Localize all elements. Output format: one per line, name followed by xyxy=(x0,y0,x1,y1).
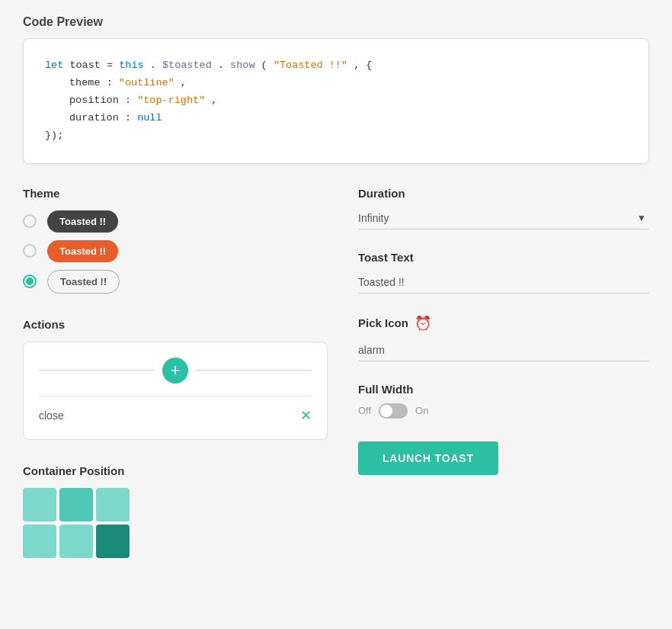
action-close-button[interactable]: ✕ xyxy=(300,407,312,424)
pos-cell-top-right[interactable] xyxy=(96,488,130,521)
actions-heading: Actions xyxy=(23,318,328,331)
code-method-show: show xyxy=(230,59,254,71)
actions-section: Actions + close ✕ xyxy=(23,318,328,440)
toast-badge-orange[interactable]: Toasted !! xyxy=(47,240,118,262)
left-column: Theme Toasted !! Toasted !! Toasted !! xyxy=(23,187,328,576)
code-string-theme: "outline" xyxy=(119,77,174,88)
code-line-1: let toast = this . $toasted . show ( "To… xyxy=(45,57,627,75)
theme-option-outline[interactable]: Toasted !! xyxy=(23,270,328,294)
container-position-section: Container Position xyxy=(23,464,328,558)
code-null-duration: null xyxy=(137,112,162,124)
code-var-toast: toast xyxy=(69,59,107,71)
pick-icon-section: Pick Icon ⏰ xyxy=(358,315,649,361)
code-line-4: duration : null xyxy=(45,110,627,127)
code-keyword-let: let xyxy=(45,59,69,71)
alarm-icon: ⏰ xyxy=(414,315,431,332)
full-width-section: Full Width Off On xyxy=(358,383,649,419)
launch-toast-button[interactable]: LAUNCH TOAST xyxy=(358,441,498,475)
theme-option-orange[interactable]: Toasted !! xyxy=(23,240,328,262)
toast-badge-outline[interactable]: Toasted !! xyxy=(47,270,120,294)
toggle-switch[interactable] xyxy=(379,403,408,419)
toast-text-label: Toast Text xyxy=(358,251,649,264)
pos-cell-bottom-right[interactable] xyxy=(96,525,130,558)
toggle-off-label: Off xyxy=(358,405,371,416)
toast-text-section: Toast Text xyxy=(358,251,649,294)
toast-text-input[interactable] xyxy=(358,271,649,294)
theme-section: Theme Toasted !! Toasted !! Toasted !! xyxy=(23,187,328,294)
add-action-row: + xyxy=(39,358,312,396)
theme-option-dark[interactable]: Toasted !! xyxy=(23,210,328,233)
page-wrapper: Code Preview let toast = this . $toasted… xyxy=(23,15,649,576)
code-prop-duration: duration xyxy=(69,112,125,124)
container-position-heading: Container Position xyxy=(23,464,328,477)
full-width-label: Full Width xyxy=(358,383,649,396)
radio-orange[interactable] xyxy=(23,244,37,258)
duration-section: Duration Infinity 1000 2000 3000 5000 ▼ xyxy=(358,187,649,229)
code-line-2: theme : "outline" , xyxy=(45,75,627,92)
pos-cell-top-left[interactable] xyxy=(23,488,56,521)
duration-label: Duration xyxy=(358,187,649,200)
actions-box: + close ✕ xyxy=(23,342,328,440)
pick-icon-header: Pick Icon ⏰ xyxy=(358,315,649,332)
toggle-on-label: On xyxy=(415,405,428,416)
code-string-msg: "Toasted !!" xyxy=(274,59,347,71)
theme-heading: Theme xyxy=(23,187,328,200)
code-keyword-this: this xyxy=(119,59,143,71)
code-method-toasted: $toasted xyxy=(162,59,212,71)
radio-outline[interactable] xyxy=(23,274,37,288)
radio-dark[interactable] xyxy=(23,214,37,228)
code-string-position: "top-right" xyxy=(137,95,205,106)
toast-badge-dark[interactable]: Toasted !! xyxy=(47,210,118,233)
action-item-close: close ✕ xyxy=(39,407,312,424)
code-line-3: position : "top-right" , xyxy=(45,92,627,110)
pos-cell-bottom-left[interactable] xyxy=(23,525,56,558)
pick-icon-input[interactable] xyxy=(358,339,649,361)
main-layout: Theme Toasted !! Toasted !! Toasted !! xyxy=(23,187,649,576)
theme-options: Toasted !! Toasted !! Toasted !! xyxy=(23,210,328,294)
code-preview-section: Code Preview let toast = this . $toasted… xyxy=(23,15,649,164)
code-box: let toast = this . $toasted . show ( "To… xyxy=(23,38,649,164)
pos-cell-bottom-center[interactable] xyxy=(59,525,93,558)
code-prop-position: position xyxy=(69,95,119,106)
add-action-button[interactable]: + xyxy=(162,358,188,383)
add-action-line-right xyxy=(196,370,312,371)
duration-select-wrapper: Infinity 1000 2000 3000 5000 ▼ xyxy=(358,207,649,229)
code-line-5: }); xyxy=(45,127,627,145)
code-preview-heading: Code Preview xyxy=(23,15,649,29)
add-action-line xyxy=(39,370,155,371)
position-grid xyxy=(23,488,328,558)
right-column: Duration Infinity 1000 2000 3000 5000 ▼ … xyxy=(358,187,649,475)
toggle-row: Off On xyxy=(358,403,649,419)
duration-select[interactable]: Infinity 1000 2000 3000 5000 xyxy=(358,207,649,229)
pick-icon-label: Pick Icon xyxy=(358,316,408,329)
code-prop-theme: theme xyxy=(69,77,101,88)
action-close-label: close xyxy=(39,409,64,422)
pos-cell-top-center[interactable] xyxy=(59,488,93,521)
